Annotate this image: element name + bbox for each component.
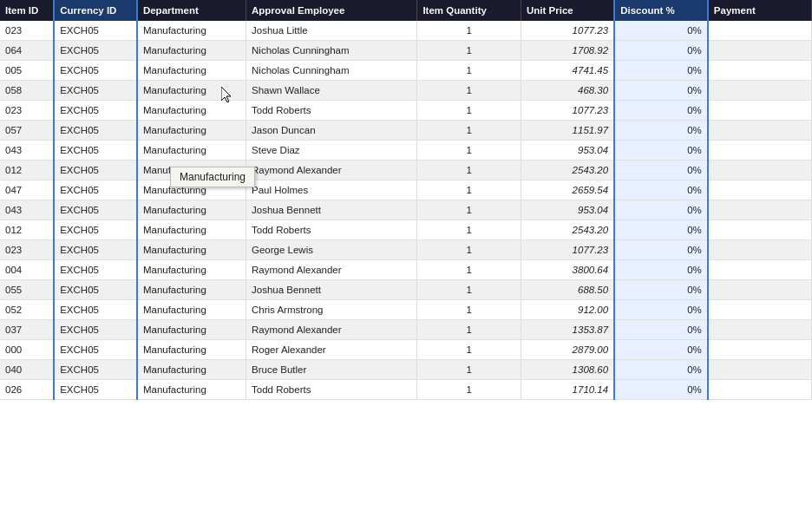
table-cell: 057 bbox=[0, 121, 54, 141]
table-row[interactable]: 055EXCH05ManufacturingJoshua Bennett1688… bbox=[0, 280, 812, 300]
table-cell: EXCH05 bbox=[54, 180, 137, 200]
table-cell: Jason Duncan bbox=[246, 121, 417, 141]
table-cell bbox=[708, 380, 812, 400]
table-row[interactable]: 023EXCH05ManufacturingGeorge Lewis11077.… bbox=[0, 240, 812, 260]
col-header-unit[interactable]: Unit Price bbox=[521, 0, 615, 21]
col-header-qty[interactable]: Item Quantity bbox=[417, 0, 521, 21]
table-row[interactable]: 023EXCH05ManufacturingTodd Roberts11077.… bbox=[0, 101, 812, 121]
table-cell: 0% bbox=[614, 41, 708, 61]
table-cell: EXCH05 bbox=[54, 320, 137, 340]
table-cell: 0% bbox=[614, 240, 708, 260]
table-cell: Raymond Alexander bbox=[246, 161, 417, 180]
table-cell: EXCH05 bbox=[54, 380, 137, 400]
table-row[interactable]: 012EXCH05ManufacturingRaymond Alexander1… bbox=[0, 161, 812, 180]
table-cell: EXCH05 bbox=[54, 61, 137, 81]
table-row[interactable]: 047EXCH05ManufacturingPaul Holmes12659.5… bbox=[0, 180, 812, 200]
table-cell: Raymond Alexander bbox=[246, 260, 417, 280]
table-cell: 023 bbox=[0, 101, 54, 121]
table-cell: Manufacturing bbox=[137, 180, 246, 200]
table-cell bbox=[708, 81, 812, 101]
table-cell: 468.30 bbox=[521, 81, 615, 101]
table-cell: 0% bbox=[614, 121, 708, 141]
table-row[interactable]: 005EXCH05ManufacturingNicholas Cunningha… bbox=[0, 61, 812, 81]
table-row[interactable]: 057EXCH05ManufacturingJason Duncan11151.… bbox=[0, 121, 812, 141]
table-cell: 023 bbox=[0, 21, 54, 41]
table-cell bbox=[708, 300, 812, 320]
table-cell: 1 bbox=[417, 280, 521, 300]
table-cell bbox=[708, 220, 812, 240]
table-cell: 953.04 bbox=[521, 141, 615, 161]
table-cell: 037 bbox=[0, 320, 54, 340]
table-row[interactable]: 012EXCH05ManufacturingTodd Roberts12543.… bbox=[0, 220, 812, 240]
table-cell: Manufacturing bbox=[137, 380, 246, 400]
table-cell: Manufacturing bbox=[137, 81, 246, 101]
table-cell: EXCH05 bbox=[54, 240, 137, 260]
table-row[interactable]: 000EXCH05ManufacturingRoger Alexander128… bbox=[0, 340, 812, 360]
table-cell: 1 bbox=[417, 380, 521, 400]
table-cell: 000 bbox=[0, 340, 54, 360]
table-cell: Nicholas Cunningham bbox=[246, 41, 417, 61]
table-cell: 0% bbox=[614, 260, 708, 280]
table-cell: Manufacturing bbox=[137, 340, 246, 360]
table-body: 023EXCH05ManufacturingJoshua Little11077… bbox=[0, 21, 812, 400]
table-cell: 1353.87 bbox=[521, 320, 615, 340]
table-cell: EXCH05 bbox=[54, 260, 137, 280]
col-header-approval[interactable]: Approval Employee bbox=[246, 0, 417, 21]
table-cell: 0% bbox=[614, 61, 708, 81]
table-cell: 058 bbox=[0, 81, 54, 101]
table-cell: 023 bbox=[0, 240, 54, 260]
table-cell: 1077.23 bbox=[521, 240, 615, 260]
table-row[interactable]: 026EXCH05ManufacturingTodd Roberts11710.… bbox=[0, 380, 812, 400]
table-cell: EXCH05 bbox=[54, 220, 137, 240]
table-cell: 1 bbox=[417, 61, 521, 81]
table-row[interactable]: 043EXCH05ManufacturingJoshua Bennett1953… bbox=[0, 200, 812, 220]
table-cell: Manufacturing bbox=[137, 240, 246, 260]
table-cell: Joshua Little bbox=[246, 21, 417, 41]
table-cell: 1 bbox=[417, 260, 521, 280]
table-cell bbox=[708, 101, 812, 121]
table-cell: EXCH05 bbox=[54, 360, 137, 380]
col-header-dept[interactable]: Department bbox=[137, 0, 246, 21]
table-cell: 064 bbox=[0, 41, 54, 61]
table-cell: Manufacturing bbox=[137, 320, 246, 340]
table-cell: Raymond Alexander bbox=[246, 320, 417, 340]
table-cell: EXCH05 bbox=[54, 300, 137, 320]
table-cell: 012 bbox=[0, 161, 54, 180]
table-row[interactable]: 037EXCH05ManufacturingRaymond Alexander1… bbox=[0, 320, 812, 340]
col-header-id[interactable]: Item ID bbox=[0, 0, 54, 21]
table-cell bbox=[708, 200, 812, 220]
table-cell: 2659.54 bbox=[521, 180, 615, 200]
table-cell: Joshua Bennett bbox=[246, 200, 417, 220]
col-header-currency[interactable]: Currency ID bbox=[54, 0, 137, 21]
table-cell: Manufacturing bbox=[137, 300, 246, 320]
table-cell bbox=[708, 260, 812, 280]
table-cell: Manufacturing bbox=[137, 360, 246, 380]
table-row[interactable]: 043EXCH05ManufacturingSteve Diaz1953.040… bbox=[0, 141, 812, 161]
table-row[interactable]: 064EXCH05ManufacturingNicholas Cunningha… bbox=[0, 41, 812, 61]
table-row[interactable]: 023EXCH05ManufacturingJoshua Little11077… bbox=[0, 21, 812, 41]
table-row[interactable]: 004EXCH05ManufacturingRaymond Alexander1… bbox=[0, 260, 812, 280]
col-header-discount[interactable]: Discount % bbox=[614, 0, 708, 21]
table-cell: 004 bbox=[0, 260, 54, 280]
table-row[interactable]: 040EXCH05ManufacturingBruce Butler11308.… bbox=[0, 360, 812, 380]
table-container: Item ID Currency ID Department Approval … bbox=[0, 0, 812, 531]
table-cell: 1 bbox=[417, 141, 521, 161]
table-cell: EXCH05 bbox=[54, 161, 137, 180]
table-cell: Todd Roberts bbox=[246, 380, 417, 400]
table-cell: EXCH05 bbox=[54, 81, 137, 101]
col-header-payment[interactable]: Payment bbox=[708, 0, 812, 21]
table-cell bbox=[708, 41, 812, 61]
table-cell: Steve Diaz bbox=[246, 141, 417, 161]
table-row[interactable]: 058EXCH05ManufacturingShawn Wallace1468.… bbox=[0, 81, 812, 101]
table-cell: 0% bbox=[614, 320, 708, 340]
table-cell: 1077.23 bbox=[521, 101, 615, 121]
table-cell bbox=[708, 161, 812, 180]
data-table: Item ID Currency ID Department Approval … bbox=[0, 0, 812, 400]
table-cell: Manufacturing bbox=[137, 101, 246, 121]
table-cell: Manufacturing bbox=[137, 280, 246, 300]
table-cell: Shawn Wallace bbox=[246, 81, 417, 101]
table-row[interactable]: 052EXCH05ManufacturingChris Armstrong191… bbox=[0, 300, 812, 320]
table-cell: 0% bbox=[614, 101, 708, 121]
table-cell: 0% bbox=[614, 380, 708, 400]
table-cell: 1077.23 bbox=[521, 21, 615, 41]
